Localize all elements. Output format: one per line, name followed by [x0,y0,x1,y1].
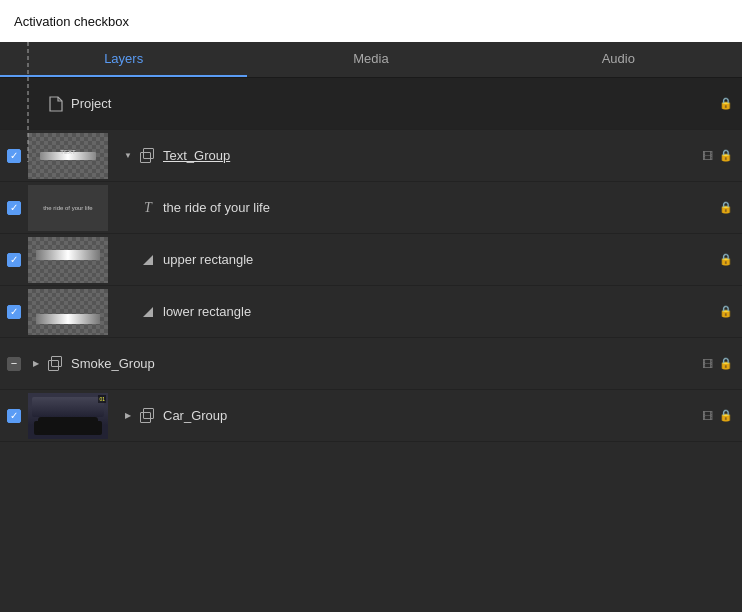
checkbox-area-upper-rect[interactable] [0,253,28,267]
text-icon-ride: T [139,199,157,217]
checkbox-ride-text[interactable] [7,201,21,215]
group-icon-wrapper-car [140,408,156,424]
layer-name-smoke-group: Smoke_Group [71,356,699,371]
film-icon-smoke-group: 🎞 [699,356,715,372]
checkbox-text-group[interactable] [7,149,21,163]
checkbox-area-text-group[interactable] [0,149,28,163]
lock-icon-lower-rect: 🔒 [718,304,734,320]
lock-icon-ride-text: 🔒 [718,200,734,216]
layer-name-lower-rect: lower rectangle [163,304,718,319]
panel-container: Layers Media Audio ▶ [0,42,742,612]
layer-row-ride-text[interactable]: the ride of your life ▶ T the ride of yo… [0,182,742,234]
checkbox-smoke-group[interactable] [7,357,21,371]
expand-arrow-car-group[interactable]: ▶ [120,408,136,424]
expand-arrow-smoke-group[interactable]: ▶ [28,356,44,372]
file-icon-project [47,95,65,113]
right-icons-project: 🔒 [718,96,734,112]
thumbnail-lower-rect [28,289,108,335]
checkbox-area-ride-text[interactable] [0,201,28,215]
checkbox-lower-rect[interactable] [7,305,21,319]
right-icons-smoke-group: 🎞 🔒 [699,356,734,372]
shape-icon-lower-rect [139,303,157,321]
layers-list: ▶ Project 🔒 [0,78,742,612]
lock-icon-car-group: 🔒 [718,408,734,424]
layer-name-upper-rect: upper rectangle [163,252,718,267]
thumb-car-content: 01 [28,393,108,439]
thumbnail-ride-text: the ride of your life [28,185,108,231]
lock-icon-project: 🔒 [718,96,734,112]
file-svg [49,96,63,112]
group-icon-text-group [139,147,157,165]
lock-icon-smoke-group: 🔒 [718,356,734,372]
layer-row-text-group[interactable]: TEXT ▼ Text_Group 🎞 🔒 [0,130,742,182]
right-icons-car-group: 🎞 🔒 [699,408,734,424]
group-sq-front [140,152,151,163]
right-icons-lower-rect: 🔒 [718,304,734,320]
shape-svg-upper [141,253,155,267]
group-icon-smoke-group [47,355,65,373]
tab-audio[interactable]: Audio [495,42,742,77]
panel: Layers Media Audio ▶ [0,42,742,612]
layer-row-car-group[interactable]: 01 ▶ Car_Group 🎞 🔒 [0,390,742,442]
thumbnail-car-group: 01 [28,393,108,439]
lock-icon-text-group: 🔒 [718,148,734,164]
layer-name-ride-text: the ride of your life [163,200,718,215]
checkbox-area-smoke-group[interactable] [0,357,28,371]
layer-row-project[interactable]: ▶ Project 🔒 [0,78,742,130]
right-icons-ride-text: 🔒 [718,200,734,216]
layer-row-lower-rect[interactable]: ▶ lower rectangle 🔒 [0,286,742,338]
film-icon-car-group: 🎞 [699,408,715,424]
checkbox-upper-rect[interactable] [7,253,21,267]
layer-row-smoke-group[interactable]: ▶ Smoke_Group 🎞 🔒 [0,338,742,390]
tab-media[interactable]: Media [247,42,494,77]
annotation-label: Activation checkbox [14,14,129,29]
thumbnail-upper-rect [28,237,108,283]
right-icons-upper-rect: 🔒 [718,252,734,268]
right-icons-text-group: 🎞 🔒 [699,148,734,164]
layer-row-upper-rect[interactable]: ▶ upper rectangle 🔒 [0,234,742,286]
layer-name-project: Project [71,96,718,111]
shape-icon-upper-rect [139,251,157,269]
group-icon-wrapper-smoke [48,356,64,372]
annotation-area: Activation checkbox [0,0,742,42]
group-icon-wrapper [140,148,156,164]
tabs-bar: Layers Media Audio [0,42,742,78]
group-sq-front-smoke [48,360,59,371]
expand-arrow-text-group[interactable]: ▼ [120,148,136,164]
checkbox-area-lower-rect[interactable] [0,305,28,319]
group-sq-front-car [140,412,151,423]
shape-svg-lower [141,305,155,319]
tab-layers[interactable]: Layers [0,42,247,77]
film-icon-text-group: 🎞 [699,148,715,164]
layer-name-text-group: Text_Group [163,148,699,163]
thumbnail-text-group: TEXT [28,133,108,179]
group-icon-car-group [139,407,157,425]
checkbox-area-car-group[interactable] [0,409,28,423]
layer-name-car-group: Car_Group [163,408,699,423]
checkbox-car-group[interactable] [7,409,21,423]
lock-icon-upper-rect: 🔒 [718,252,734,268]
